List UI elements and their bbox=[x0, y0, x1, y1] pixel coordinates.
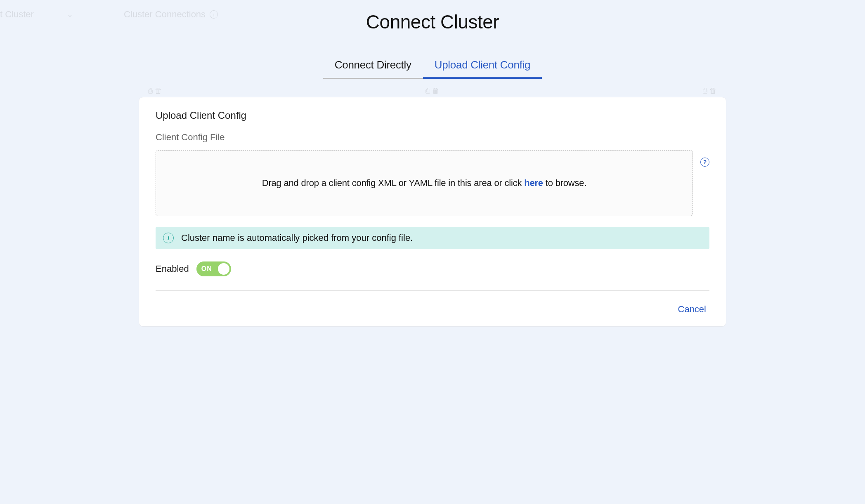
enabled-toggle[interactable]: ON bbox=[196, 261, 231, 276]
toggle-knob bbox=[218, 263, 229, 275]
chevron-down-icon: ⌄ bbox=[67, 10, 73, 19]
dropzone-browse-link[interactable]: here bbox=[524, 178, 543, 188]
tab-connect-directly[interactable]: Connect Directly bbox=[323, 56, 423, 79]
field-label-client-config-file: Client Config File bbox=[156, 132, 709, 143]
enabled-toggle-row: Enabled ON bbox=[156, 261, 709, 291]
info-icon: i bbox=[163, 233, 174, 243]
actions-row: Cancel bbox=[156, 291, 709, 316]
info-banner-text: Cluster name is automatically picked fro… bbox=[181, 233, 413, 243]
bg-cluster-dropdown-label: t Cluster bbox=[0, 9, 34, 20]
section-title: Upload Client Config bbox=[156, 110, 709, 121]
info-banner: i Cluster name is automatically picked f… bbox=[156, 227, 709, 249]
file-dropzone[interactable]: Drag and drop a client config XML or YAM… bbox=[156, 150, 693, 216]
dropzone-prefix: Drag and drop a client config XML or YAM… bbox=[262, 178, 525, 188]
help-icon[interactable]: ? bbox=[700, 158, 709, 167]
help-glyph: ? bbox=[703, 159, 707, 165]
cancel-button[interactable]: Cancel bbox=[675, 302, 709, 316]
toggle-state-text: ON bbox=[201, 265, 212, 273]
enabled-label: Enabled bbox=[156, 264, 189, 274]
dropzone-text: Drag and drop a client config XML or YAM… bbox=[262, 178, 587, 188]
tab-upload-client-config[interactable]: Upload Client Config bbox=[423, 56, 542, 79]
tabs: Connect Directly Upload Client Config bbox=[139, 56, 726, 79]
modal-title: Connect Cluster bbox=[139, 11, 726, 33]
info-glyph: i bbox=[168, 235, 169, 242]
dropzone-suffix: to browse. bbox=[543, 178, 586, 188]
dropzone-row: Drag and drop a client config XML or YAM… bbox=[156, 150, 709, 216]
connect-cluster-modal: Connect Cluster Connect Directly Upload … bbox=[135, 0, 730, 339]
upload-config-panel: Upload Client Config Client Config File … bbox=[139, 97, 726, 327]
